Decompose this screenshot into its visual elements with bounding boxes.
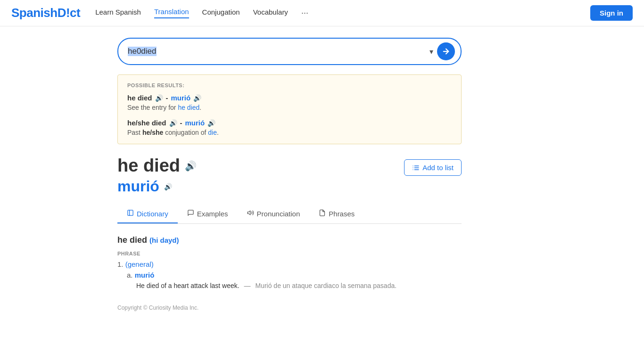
main-phrase-text: he died <box>117 156 180 176</box>
entry-word: he died (hi dayd) <box>117 235 462 245</box>
example-es: Murió de un ataque cardiaco la semana pa… <box>255 282 396 289</box>
result-phrase-1: he died 🔊 - murió 🔊 <box>127 94 452 102</box>
result-phrase-2: he/she died 🔊 - murió 🔊 <box>127 119 452 127</box>
svg-rect-7 <box>128 210 133 215</box>
svg-marker-9 <box>248 211 250 215</box>
result-desc-bold-2: he/she <box>142 129 163 136</box>
result-desc-suffix-2: . <box>217 129 219 136</box>
phrase-num-text: 1. <box>117 260 124 268</box>
dictionary-content: he died (hi dayd) PHRASE 1. (general) a.… <box>117 235 462 311</box>
main-phrase: he died 🔊 <box>117 156 197 176</box>
tab-examples[interactable]: Examples <box>178 205 238 223</box>
pronunciation-tab-icon <box>247 209 254 218</box>
tab-phrases[interactable]: Phrases <box>309 205 364 223</box>
result-desc-2: Past he/she conjugation of die. <box>127 129 452 136</box>
add-list-icon <box>412 164 420 172</box>
entry-pronunciation: (hi dayd) <box>149 236 179 244</box>
search-submit-button[interactable] <box>437 42 455 60</box>
add-to-list-label: Add to list <box>422 164 454 172</box>
entry-word-text: he died <box>117 235 147 245</box>
result-desc-prefix-1: See the entry for <box>127 104 178 111</box>
dash-2: - <box>180 119 182 127</box>
result-desc-link-2[interactable]: die <box>208 129 217 136</box>
result-desc-suffix-1: . <box>199 104 201 111</box>
tab-pronunciation-label: Pronunciation <box>257 210 300 218</box>
result-desc-1: See the entry for he died. <box>127 104 452 111</box>
tab-pronunciation[interactable]: Pronunciation <box>238 205 310 223</box>
add-to-list-button[interactable]: Add to list <box>404 159 462 176</box>
result-spanish-2: murió <box>185 119 205 127</box>
tab-examples-label: Examples <box>197 210 228 218</box>
example-separator: — <box>244 282 251 289</box>
possible-results-label: POSSIBLE RESULTS: <box>127 82 452 88</box>
search-input[interactable] <box>128 47 426 56</box>
main-content: ▾ POSSIBLE RESULTS: he died 🔊 - murió 🔊 … <box>110 26 534 322</box>
example-en: He died of a heart attack last week. <box>136 282 239 289</box>
example-sentence-1: He died of a heart attack last week. — M… <box>136 282 462 289</box>
nav-learn-spanish[interactable]: Learn Spanish <box>95 8 141 18</box>
speaker-icon-1b[interactable]: 🔊 <box>193 94 201 102</box>
footer-copyright: Copyright © Curiosity Media Inc. <box>117 304 462 311</box>
translation-header: he died 🔊 Add to list <box>117 156 462 176</box>
result-desc-prefix-2: Past <box>127 129 142 136</box>
main-translation: murió 🔊 <box>117 178 462 195</box>
nav-vocabulary[interactable]: Vocabulary <box>253 8 288 18</box>
search-bar: ▾ <box>117 38 462 65</box>
tab-phrases-label: Phrases <box>329 210 355 218</box>
phrase-category: (general) <box>125 260 154 268</box>
phrase-number-1: 1. (general) <box>117 260 462 268</box>
phrase-letter-text: a. <box>127 271 133 279</box>
result-spanish-1: murió <box>171 94 191 102</box>
nav-more-dots[interactable]: ··· <box>301 8 308 18</box>
header: SpanishD!ct Learn Spanish Translation Co… <box>0 0 644 26</box>
nav-conjugation[interactable]: Conjugation <box>202 8 240 18</box>
phrase-label: PHRASE <box>117 251 462 256</box>
main-translation-text: murió <box>117 178 159 195</box>
possible-results-box: POSSIBLE RESULTS: he died 🔊 - murió 🔊 Se… <box>117 74 462 144</box>
tabs-bar: Dictionary Examples Pronunciation Phrase… <box>117 205 462 224</box>
speaker-icon-1[interactable]: 🔊 <box>155 94 163 102</box>
result-english-1: he died <box>127 94 152 102</box>
result-item-2: he/she died 🔊 - murió 🔊 Past he/she conj… <box>127 119 452 136</box>
main-nav: Learn Spanish Translation Conjugation Vo… <box>95 8 590 18</box>
result-english-2: he/she died <box>127 119 166 127</box>
main-translation-speaker-icon[interactable]: 🔊 <box>164 183 172 190</box>
phrase-word-link[interactable]: murió <box>135 271 155 279</box>
dash-1: - <box>166 94 168 102</box>
speaker-icon-2[interactable]: 🔊 <box>169 119 177 127</box>
result-item-1: he died 🔊 - murió 🔊 See the entry for he… <box>127 94 452 111</box>
phrases-tab-icon <box>319 209 326 218</box>
sign-in-button[interactable]: Sign in <box>590 5 633 21</box>
nav-translation[interactable]: Translation <box>154 8 189 18</box>
examples-tab-icon <box>187 209 194 218</box>
dictionary-tab-icon <box>127 209 134 218</box>
result-desc-link-1[interactable]: he died <box>178 104 199 111</box>
speaker-icon-2b[interactable]: 🔊 <box>207 119 215 127</box>
tab-dictionary[interactable]: Dictionary <box>117 205 178 223</box>
site-logo[interactable]: SpanishD!ct <box>11 6 80 20</box>
arrow-right-icon <box>442 47 450 56</box>
main-phrase-speaker-icon[interactable]: 🔊 <box>185 160 197 172</box>
search-dropdown-button[interactable]: ▾ <box>426 47 437 56</box>
result-desc-middle-2: conjugation of <box>163 129 208 136</box>
phrase-letter-a: a. murió <box>127 271 462 279</box>
tab-dictionary-label: Dictionary <box>137 210 168 218</box>
